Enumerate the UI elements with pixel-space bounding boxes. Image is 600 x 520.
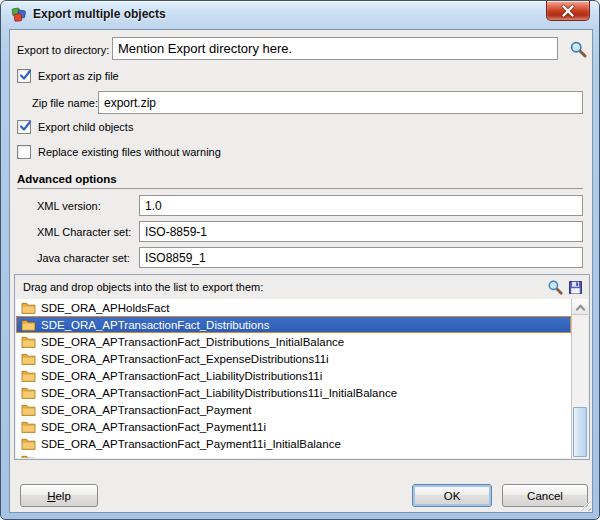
export-directory-label: Export to directory: <box>17 44 109 56</box>
xml-version-label: XML version: <box>37 200 101 212</box>
export-dialog-window: Export multiple objects Export to direct… <box>0 0 600 520</box>
list-item[interactable]: SDE_ORA_APTransactionFact_Distributions <box>16 316 571 333</box>
checkbox-box[interactable] <box>17 120 31 134</box>
zip-file-name-input[interactable] <box>98 91 583 114</box>
java-charset-label: Java character set: <box>37 252 130 264</box>
folder-icon <box>21 369 36 382</box>
folder-icon <box>21 318 36 331</box>
list-scrollbar[interactable] <box>571 299 588 458</box>
export-as-zip-label: Export as zip file <box>38 70 119 82</box>
list-item-partial[interactable] <box>16 452 571 458</box>
ok-button[interactable]: OK <box>412 484 492 507</box>
list-item-label: SDE_ORA_APTransactionFact_Payment11i <box>41 421 266 433</box>
export-child-objects-label: Export child objects <box>38 121 133 133</box>
scrollbar-thumb[interactable] <box>573 407 587 457</box>
list-item[interactable]: SDE_ORA_APTransactionFact_LiabilityDistr… <box>16 384 571 401</box>
folder-icon <box>21 403 36 416</box>
export-as-zip-checkbox[interactable]: Export as zip file <box>17 69 119 83</box>
replace-existing-label: Replace existing files without warning <box>38 146 221 158</box>
list-item[interactable]: SDE_ORA_APTransactionFact_Payment11i_Ini… <box>16 435 571 452</box>
folder-icon <box>21 352 36 365</box>
list-item[interactable]: SDE_ORA_APHoldsFact <box>16 299 571 316</box>
dialog-content: Export to directory: Export as zip file … <box>9 29 593 513</box>
export-list-header-label: Drag and drop objects into the list to e… <box>23 281 542 293</box>
list-search-magnifier-icon[interactable] <box>547 279 563 295</box>
export-list-rows: SDE_ORA_APHoldsFact SDE_ORA_APTransactio… <box>16 299 571 458</box>
list-item-label: SDE_ORA_APHoldsFact <box>41 302 169 314</box>
xml-charset-input[interactable] <box>139 221 583 242</box>
java-charset-input[interactable] <box>139 247 583 268</box>
folder-icon <box>21 301 36 314</box>
advanced-options-rule <box>17 188 583 189</box>
folder-icon <box>21 420 36 433</box>
export-list-header: Drag and drop objects into the list to e… <box>15 275 589 299</box>
list-item-label: SDE_ORA_APTransactionFact_LiabilityDistr… <box>41 370 322 382</box>
scroll-up-button[interactable] <box>572 299 588 315</box>
folder-icon <box>21 335 36 348</box>
ok-button-label: OK <box>444 490 461 502</box>
list-item[interactable]: SDE_ORA_APTransactionFact_ExpenseDistrib… <box>16 350 571 367</box>
list-item[interactable]: SDE_ORA_APTransactionFact_Payment11i <box>16 418 571 435</box>
list-item[interactable]: SDE_ORA_APTransactionFact_Payment <box>16 401 571 418</box>
advanced-options-header: Advanced options <box>17 173 117 185</box>
zip-file-name-label: Zip file name: <box>32 97 98 109</box>
export-directory-input[interactable] <box>112 37 558 60</box>
window-title: Export multiple objects <box>33 7 166 21</box>
cancel-button-label: Cancel <box>527 490 563 502</box>
export-list-body: SDE_ORA_APHoldsFact SDE_ORA_APTransactio… <box>16 299 588 458</box>
help-button-label: Help <box>47 490 71 502</box>
checkbox-box[interactable] <box>17 145 31 159</box>
list-item-label: SDE_ORA_APTransactionFact_Distributions <box>41 319 269 331</box>
xml-charset-label: XML Character set: <box>37 226 131 238</box>
list-item-label: SDE_ORA_APTransactionFact_Payment11i_Ini… <box>41 438 341 450</box>
app-icon <box>11 7 27 23</box>
folder-icon <box>21 437 36 450</box>
list-item[interactable]: SDE_ORA_APTransactionFact_Distributions_… <box>16 333 571 350</box>
close-button[interactable] <box>546 1 590 21</box>
xml-version-input[interactable] <box>139 195 583 216</box>
checkbox-box[interactable] <box>17 69 31 83</box>
title-bar[interactable]: Export multiple objects <box>1 1 599 29</box>
list-save-floppy-icon[interactable] <box>568 280 583 295</box>
list-item[interactable]: SDE_ORA_APTransactionFact_LiabilityDistr… <box>16 367 571 384</box>
list-item-label: SDE_ORA_APTransactionFact_LiabilityDistr… <box>41 387 397 399</box>
list-item-label: SDE_ORA_APTransactionFact_Distributions_… <box>41 336 344 348</box>
cancel-button[interactable]: Cancel <box>502 484 588 507</box>
list-item-label: SDE_ORA_APTransactionFact_ExpenseDistrib… <box>41 353 329 365</box>
browse-directory-magnifier-icon[interactable] <box>569 40 587 58</box>
list-item-label: SDE_ORA_APTransactionFact_Payment <box>41 404 252 416</box>
export-child-objects-checkbox[interactable]: Export child objects <box>17 120 133 134</box>
folder-icon <box>21 386 36 399</box>
folder-icon <box>21 454 36 458</box>
help-button[interactable]: Help <box>20 484 98 507</box>
export-list-panel: Drag and drop objects into the list to e… <box>14 274 590 460</box>
replace-existing-checkbox[interactable]: Replace existing files without warning <box>17 145 221 159</box>
